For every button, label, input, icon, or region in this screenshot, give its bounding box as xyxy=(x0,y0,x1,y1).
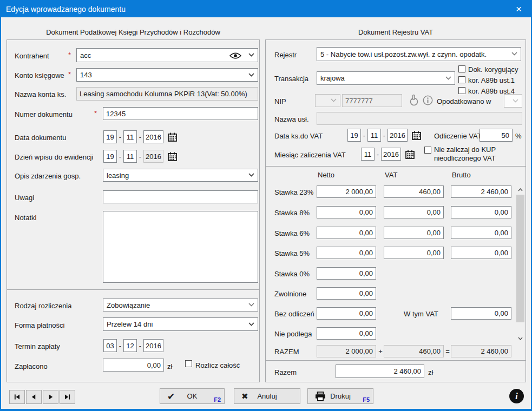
chevron-down-icon[interactable] xyxy=(511,52,517,56)
vat-netto-input[interactable] xyxy=(317,327,376,340)
skip-to-last-icon xyxy=(64,394,70,400)
dok-korygujacy-checkbox[interactable] xyxy=(458,65,465,72)
vat-vat-input[interactable] xyxy=(384,247,444,259)
forma-platnosci-combobox[interactable]: Przelew 14 dni xyxy=(103,317,258,331)
drukuj-fkey-label: F5 xyxy=(363,396,370,403)
dzien-wpisu-month[interactable] xyxy=(123,150,137,163)
chevron-down-icon[interactable] xyxy=(248,53,254,57)
nip-prefix-combobox xyxy=(315,94,340,107)
rodzaj-rozliczenia-value: Zobowiązanie xyxy=(107,301,150,309)
left-panel-header: Dokument Podatkowej Księgi Przychodów i … xyxy=(6,28,260,36)
notatki-textarea[interactable] xyxy=(103,211,258,283)
miesiac-zaliczenia-month[interactable] xyxy=(361,148,375,161)
vat-brutto-input[interactable] xyxy=(451,206,511,218)
calendar-icon[interactable] xyxy=(168,152,177,161)
vat-vat-input[interactable] xyxy=(384,206,444,218)
data-dokumentu-day[interactable] xyxy=(103,130,117,143)
chevron-down-icon[interactable] xyxy=(248,303,254,307)
drukuj-button[interactable]: Drukuj F5 xyxy=(307,388,373,404)
nav-next-button[interactable] xyxy=(43,390,58,404)
zaplacono-input[interactable] xyxy=(103,359,164,372)
termin-zaplaty-month[interactable] xyxy=(123,339,137,352)
data-dokumentu-year[interactable] xyxy=(143,130,163,143)
zaplacono-currency: zł xyxy=(167,362,172,370)
vat-netto-input[interactable] xyxy=(317,267,376,280)
razem-equals-sign: = xyxy=(445,347,450,355)
zaplacono-label: Zapłacono xyxy=(15,362,48,370)
nie-zaliczaj-kup-checkbox[interactable] xyxy=(424,147,431,154)
nav-previous-button[interactable] xyxy=(26,390,42,404)
odliczenie-vat-unit: % xyxy=(515,132,522,140)
data-ks-day[interactable] xyxy=(347,129,361,142)
data-ks-do-vat-label: Data ks.do VAT xyxy=(274,132,323,140)
scroll-up-icon[interactable] xyxy=(516,185,525,194)
nazwa-usl-label: Nazwa usł. xyxy=(274,115,309,123)
data-ks-year[interactable] xyxy=(387,129,408,142)
vat-row-label: Stawka 6% xyxy=(274,229,310,237)
close-button[interactable] xyxy=(507,1,531,17)
vat-brutto-input[interactable] xyxy=(451,227,511,239)
dzien-wpisu-group xyxy=(103,150,177,163)
eye-icon[interactable] xyxy=(229,52,241,59)
chevron-down-icon[interactable] xyxy=(248,173,254,177)
numer-dokumentu-input[interactable] xyxy=(103,107,258,120)
vat-row-label: Zwolnione xyxy=(274,290,306,298)
vat-netto-input[interactable] xyxy=(317,206,376,218)
data-dokumentu-month[interactable] xyxy=(123,130,137,143)
razem-total-label: Razem xyxy=(274,368,297,376)
vat-netto-input[interactable] xyxy=(317,287,376,300)
scroll-down-icon[interactable] xyxy=(516,334,525,343)
kor-a89b-ust4-checkbox[interactable] xyxy=(458,87,465,94)
calendar-icon[interactable] xyxy=(412,131,421,140)
calendar-icon[interactable] xyxy=(405,150,415,159)
title-bar: Edycja wprowadzanego dokumentu xyxy=(1,1,531,17)
rodzaj-rozliczenia-combobox[interactable]: Zobowiązanie xyxy=(103,299,258,311)
termin-zaplaty-year[interactable] xyxy=(143,339,163,352)
uwagi-input[interactable] xyxy=(103,190,258,203)
miesiac-zaliczenia-year[interactable] xyxy=(381,148,401,161)
w-tym-vat-input[interactable] xyxy=(451,307,511,320)
konto-ksiegowe-combobox[interactable]: 143 xyxy=(76,68,258,82)
rozlicz-calosc-checkbox[interactable] xyxy=(185,360,192,367)
calendar-icon[interactable] xyxy=(168,132,177,142)
chevron-down-icon[interactable] xyxy=(248,73,254,77)
nav-last-button[interactable] xyxy=(60,390,75,404)
odliczenie-vat-input[interactable] xyxy=(480,129,513,142)
left-separator xyxy=(6,289,260,290)
vat-row-label: Stawka 5% xyxy=(274,249,310,257)
vat-netto-input[interactable] xyxy=(317,227,376,239)
transakcja-combobox[interactable]: krajowa xyxy=(317,71,455,85)
vat-netto-input[interactable] xyxy=(317,307,376,320)
miesiac-zaliczenia-group xyxy=(361,148,415,161)
razem-total-input[interactable] xyxy=(336,364,424,378)
anuluj-button[interactable]: Anuluj xyxy=(234,388,300,404)
transakcja-label: Transakcja xyxy=(274,75,308,83)
anuluj-button-label: Anuluj xyxy=(257,392,277,400)
scrollbar-thumb[interactable] xyxy=(516,195,524,322)
vat-vat-input[interactable] xyxy=(384,227,444,239)
vat-brutto-input[interactable] xyxy=(451,185,511,198)
nip-label: NIP xyxy=(274,97,286,105)
kup-label-line2: nieodliczonego VAT xyxy=(434,154,496,162)
verify-nip-icon[interactable] xyxy=(409,94,419,106)
ok-button[interactable]: OK F2 xyxy=(160,388,225,404)
kor-a89b-ust1-checkbox[interactable] xyxy=(458,76,465,83)
vat-netto-input[interactable] xyxy=(317,247,376,259)
chevron-down-icon[interactable] xyxy=(248,322,254,326)
data-dokumentu-label: Data dokumentu xyxy=(15,134,66,142)
opis-zdarzenia-combobox[interactable]: leasing xyxy=(103,169,258,182)
termin-zaplaty-day[interactable] xyxy=(103,339,117,352)
info-button[interactable] xyxy=(509,389,524,403)
data-ks-month[interactable] xyxy=(367,129,381,142)
nav-first-button[interactable] xyxy=(9,390,25,404)
vat-vat-input[interactable] xyxy=(384,185,444,198)
vat-netto-input[interactable] xyxy=(317,185,376,198)
info-icon[interactable] xyxy=(423,95,433,105)
kontrahent-combobox[interactable]: acc xyxy=(76,48,258,62)
opis-zdarzenia-label: Opis zdarzenia gosp. xyxy=(15,172,81,180)
vat-table-scrollbar[interactable] xyxy=(516,185,525,343)
vat-brutto-input[interactable] xyxy=(451,247,511,259)
chevron-down-icon[interactable] xyxy=(445,76,451,80)
dzien-wpisu-day[interactable] xyxy=(103,150,117,163)
rejestr-combobox[interactable]: 5 - Nabycie tow.i usł.pozost.zw.wył. z c… xyxy=(317,47,521,61)
